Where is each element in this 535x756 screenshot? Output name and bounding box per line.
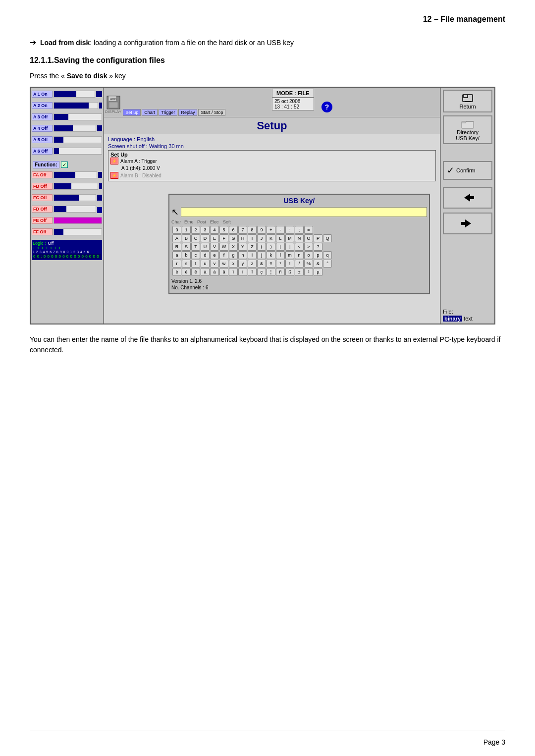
key-lbracket[interactable]: [ bbox=[276, 243, 285, 251]
key-T[interactable]: T bbox=[191, 243, 200, 251]
key-agrave[interactable]: à bbox=[201, 268, 210, 276]
key-o[interactable]: o bbox=[304, 251, 313, 259]
key-Y[interactable]: Y bbox=[238, 243, 247, 251]
usb-input-field[interactable] bbox=[181, 207, 427, 217]
key-hash[interactable]: # bbox=[267, 260, 275, 268]
key-iacute[interactable]: í bbox=[238, 268, 247, 276]
back-arrow-button[interactable] bbox=[443, 187, 492, 209]
key-Z[interactable]: Z bbox=[248, 243, 257, 251]
key-rbracket[interactable]: ] bbox=[285, 243, 294, 251]
key-p[interactable]: p bbox=[314, 251, 322, 259]
key-star[interactable]: * bbox=[276, 260, 285, 268]
key-2[interactable]: 2 bbox=[191, 226, 200, 234]
key-beta[interactable]: ß bbox=[285, 268, 294, 276]
key-4[interactable]: 4 bbox=[210, 226, 219, 234]
key-x[interactable]: x bbox=[229, 260, 238, 268]
key-icirc[interactable]: î bbox=[248, 268, 257, 276]
key-L[interactable]: L bbox=[276, 234, 285, 242]
key-t[interactable]: t bbox=[191, 260, 200, 268]
key-N[interactable]: N bbox=[295, 234, 304, 242]
key-lparen[interactable]: ( bbox=[257, 243, 266, 251]
key-z[interactable]: z bbox=[248, 260, 257, 268]
key-a[interactable]: a bbox=[172, 251, 181, 259]
key-minus[interactable]: - bbox=[276, 226, 285, 234]
key-G[interactable]: G bbox=[229, 234, 238, 242]
key-I[interactable]: I bbox=[248, 234, 257, 242]
directory-button[interactable]: Directory USB Key/ bbox=[443, 115, 492, 144]
key-semicolon[interactable]: ; bbox=[295, 226, 304, 234]
key-m[interactable]: m bbox=[285, 251, 294, 259]
key-question[interactable]: ? bbox=[314, 243, 322, 251]
key-colon[interactable]: : bbox=[285, 226, 294, 234]
key-eacute[interactable]: é bbox=[182, 268, 191, 276]
key-u[interactable]: u bbox=[201, 260, 210, 268]
key-gt[interactable]: > bbox=[304, 243, 313, 251]
forward-arrow-button[interactable] bbox=[443, 213, 492, 234]
key-R[interactable]: R bbox=[172, 243, 181, 251]
return-button[interactable]: Return bbox=[443, 90, 492, 112]
key-S[interactable]: S bbox=[182, 243, 191, 251]
key-amp[interactable]: & bbox=[257, 260, 266, 268]
key-pct[interactable]: % bbox=[304, 260, 313, 268]
key-3[interactable]: 3 bbox=[201, 226, 210, 234]
key-g[interactable]: g bbox=[229, 251, 238, 259]
help-icon[interactable]: ? bbox=[321, 102, 332, 112]
key-H[interactable]: H bbox=[238, 234, 247, 242]
key-C[interactable]: C bbox=[191, 234, 200, 242]
key-amp2[interactable]: & bbox=[314, 260, 322, 268]
tab-setup[interactable]: Set up bbox=[123, 109, 141, 116]
key-U[interactable]: U bbox=[201, 243, 210, 251]
key-1[interactable]: 1 bbox=[182, 226, 191, 234]
key-n[interactable]: n bbox=[295, 251, 304, 259]
key-v[interactable]: v bbox=[210, 260, 219, 268]
key-r[interactable]: r bbox=[172, 260, 181, 268]
key-y[interactable]: y bbox=[238, 260, 247, 268]
key-M[interactable]: M bbox=[285, 234, 294, 242]
key-slash[interactable]: / bbox=[295, 260, 304, 268]
key-iuml[interactable]: ï bbox=[229, 268, 238, 276]
key-deg[interactable]: ° bbox=[323, 260, 332, 268]
key-D[interactable]: D bbox=[201, 234, 210, 242]
key-l[interactable]: l bbox=[276, 251, 285, 259]
key-j[interactable]: j bbox=[257, 251, 266, 259]
key-E[interactable]: E bbox=[210, 234, 219, 242]
key-k[interactable]: k bbox=[267, 251, 275, 259]
tab-chart[interactable]: Chart bbox=[142, 109, 158, 116]
key-6[interactable]: 6 bbox=[229, 226, 238, 234]
key-b[interactable]: b bbox=[182, 251, 191, 259]
tab-trigger[interactable]: Trigger bbox=[159, 109, 177, 116]
key-A[interactable]: A bbox=[172, 234, 181, 242]
key-excl[interactable]: ! bbox=[285, 260, 294, 268]
key-d[interactable]: d bbox=[201, 251, 210, 259]
key-plus[interactable]: + bbox=[267, 226, 275, 234]
key-P[interactable]: P bbox=[314, 234, 322, 242]
start-stop-button[interactable]: Start / Stop bbox=[198, 109, 225, 116]
key-f[interactable]: f bbox=[219, 251, 228, 259]
key-rparen[interactable]: ) bbox=[267, 243, 275, 251]
key-h[interactable]: h bbox=[238, 251, 247, 259]
key-X[interactable]: X bbox=[229, 243, 238, 251]
key-pipe[interactable]: ¦ bbox=[267, 268, 275, 276]
key-ecirc[interactable]: ê bbox=[191, 268, 200, 276]
key-c[interactable]: c bbox=[191, 251, 200, 259]
key-q-lc[interactable]: q bbox=[323, 251, 332, 259]
key-J[interactable]: J bbox=[257, 234, 266, 242]
key-mu[interactable]: µ bbox=[314, 268, 322, 276]
key-W[interactable]: W bbox=[219, 243, 228, 251]
key-aacute[interactable]: á bbox=[210, 268, 219, 276]
key-lt[interactable]: < bbox=[295, 243, 304, 251]
key-e[interactable]: e bbox=[210, 251, 219, 259]
key-9[interactable]: 9 bbox=[257, 226, 266, 234]
key-i[interactable]: i bbox=[248, 251, 257, 259]
key-sup2[interactable]: ² bbox=[304, 268, 313, 276]
key-V[interactable]: V bbox=[210, 243, 219, 251]
tab-replay[interactable]: Replay bbox=[178, 109, 197, 116]
key-egrave[interactable]: è bbox=[172, 268, 181, 276]
key-8[interactable]: 8 bbox=[248, 226, 257, 234]
key-5[interactable]: 5 bbox=[219, 226, 228, 234]
key-B[interactable]: B bbox=[182, 234, 191, 242]
key-F[interactable]: F bbox=[219, 234, 228, 242]
key-0[interactable]: 0 bbox=[172, 226, 181, 234]
key-pm[interactable]: ± bbox=[295, 268, 304, 276]
key-O[interactable]: O bbox=[304, 234, 313, 242]
